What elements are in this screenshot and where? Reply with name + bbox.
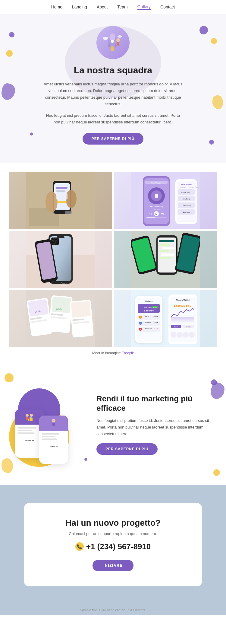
- svg-point-14: [46, 191, 58, 212]
- cta-button[interactable]: INIZIARE: [93, 560, 133, 571]
- svg-point-59: [55, 238, 57, 240]
- svg-rect-137: [31, 418, 33, 421]
- svg-point-129: [183, 332, 189, 338]
- svg-text:$1.8k: $1.8k: [154, 321, 158, 323]
- svg-point-133: [30, 414, 33, 417]
- svg-text:Send: Send: [174, 326, 178, 328]
- svg-rect-20: [57, 201, 67, 203]
- svg-rect-71: [159, 240, 174, 242]
- blob-purple-topleft: [9, 32, 14, 37]
- svg-text:₿: ₿: [140, 317, 141, 318]
- ink-blob-purple-left: [2, 83, 15, 100]
- svg-rect-75: [161, 253, 174, 256]
- rocket-icon: [101, 30, 125, 55]
- card-right-label: Lorem sit: [39, 445, 68, 448]
- svg-point-8: [103, 37, 108, 40]
- gallery-cell-4[interactable]: [114, 231, 217, 288]
- svg-text:⏭: ⏭: [161, 212, 164, 215]
- nav-landing[interactable]: Landing: [72, 5, 87, 9]
- card-right-illustration: ?: [48, 417, 60, 429]
- cta-phone-row: 📞 +1 (234) 567-8910: [36, 542, 190, 551]
- svg-rect-73: [162, 247, 175, 249]
- hero-title: La nostra squadra: [18, 65, 208, 75]
- card-left-illustration: [24, 411, 36, 423]
- hero-paragraph-1: Amet luctus venenatis lectus magna fring…: [38, 81, 188, 107]
- svg-text:Receive: Receive: [186, 326, 191, 328]
- cta-title: Hai un nuovo progetto?: [36, 518, 190, 528]
- marketing-section: Lorem si ? Lorem sit: [0, 364, 226, 485]
- svg-text:Popular Song 1: Popular Song 1: [181, 191, 192, 193]
- hero-section: La nostra squadra Amet luctus venenatis …: [0, 14, 226, 163]
- svg-text:-1.2%: -1.2%: [154, 327, 158, 329]
- svg-rect-19: [56, 193, 67, 199]
- svg-text:Pro Max: Pro Max: [61, 284, 66, 286]
- svg-point-9: [118, 35, 122, 38]
- blob-mkt-yellow-tl: [5, 373, 14, 382]
- gallery-cell-2[interactable]: Now Playing The Best Song From Artist ⏮ …: [114, 172, 217, 229]
- svg-rect-7: [117, 42, 119, 46]
- blob-purple-bottomright: [209, 140, 214, 145]
- svg-rect-81: [28, 299, 49, 317]
- svg-rect-86: [52, 296, 71, 313]
- svg-rect-122: [171, 317, 194, 323]
- marketing-card-right: ? Lorem sit: [39, 416, 68, 464]
- marketing-title: Rendi il tuo marketing più efficace: [96, 394, 217, 413]
- cta-subtitle: Chiamaci per un supporto rapido a questo…: [36, 531, 190, 536]
- svg-point-57: [52, 238, 54, 240]
- blob-yellow-topright: [211, 38, 217, 44]
- svg-text:Night Song: Night Song: [183, 211, 190, 213]
- gallery-image-3: iPhone 12 Pro Max: [26, 231, 95, 288]
- svg-text:$39.584: $39.584: [144, 309, 154, 312]
- gallery-grid: Now Playing The Best Song From Artist ⏮ …: [9, 172, 217, 347]
- gallery-caption-link[interactable]: Freepik: [122, 351, 134, 355]
- sample-footer: Sample text. Click to select the Text El…: [0, 604, 226, 615]
- marketing-content-area: Lorem si ? Lorem sit: [9, 382, 217, 467]
- nav-gallery[interactable]: Gallery: [137, 4, 151, 10]
- svg-rect-17: [56, 187, 67, 189]
- svg-point-128: [177, 332, 183, 338]
- hero-cta-button[interactable]: PER SAPERNE DI PIÙ: [83, 133, 144, 145]
- svg-text:Popular: Popular: [180, 186, 186, 188]
- hero-paragraph-2: Nec feugiat nisl pretium fusce id. Justo…: [44, 112, 182, 126]
- gallery-image-5: WORK WORK: [26, 290, 95, 347]
- svg-rect-139: [52, 422, 55, 426]
- gallery-section: Now Playing The Best Song From Artist ⏮ …: [0, 163, 226, 364]
- hero-illustration: [96, 26, 130, 59]
- svg-text:New Song: New Song: [183, 198, 190, 200]
- svg-rect-91: [71, 301, 91, 317]
- svg-text:+2.4%: +2.4%: [153, 306, 158, 308]
- svg-point-127: [171, 332, 177, 338]
- gallery-cell-5[interactable]: WORK WORK: [9, 290, 112, 347]
- blob-yellow-topleft: [6, 50, 13, 57]
- gallery-image-2: Now Playing The Best Song From Artist ⏮ …: [131, 172, 200, 229]
- ink-blob-yellow-right: [212, 95, 223, 109]
- marketing-text-content: Rendi il tuo marketing più efficace Nec …: [96, 394, 217, 455]
- gallery-cell-3[interactable]: iPhone 12 Pro Max: [9, 231, 112, 288]
- svg-rect-72: [159, 244, 170, 246]
- blob-mkt-yellow-br: [213, 469, 220, 476]
- svg-point-3: [111, 46, 114, 51]
- marketing-paragraph: Nec feugiat nisl pretium fusce id. Justo…: [96, 417, 217, 437]
- gallery-caption: Modulo immagine Freepik: [9, 351, 217, 355]
- cta-section: Hai un nuovo progetto? Chiamaci per un s…: [0, 485, 226, 604]
- ink-blob-purple-mkt-right: [211, 382, 224, 399]
- svg-text:$28.4k: $28.4k: [153, 315, 158, 317]
- gallery-cell-1[interactable]: [9, 172, 112, 229]
- nav-contact[interactable]: Contact: [160, 5, 175, 9]
- svg-point-131: [26, 414, 29, 417]
- svg-text:?: ?: [53, 419, 54, 422]
- svg-text:The Best Song: The Best Song: [150, 206, 163, 208]
- nav-team[interactable]: Team: [117, 5, 127, 9]
- card-right-body: [39, 431, 68, 444]
- svg-rect-36: [146, 217, 155, 218]
- svg-text:Wallets: Wallets: [145, 300, 152, 302]
- nav-about[interactable]: About: [97, 5, 108, 9]
- svg-text:Avalanche: Avalanche: [145, 327, 152, 329]
- svg-text:Classic Song: Classic Song: [182, 205, 190, 206]
- blob-purple-topright: [199, 26, 208, 34]
- svg-rect-28: [155, 194, 158, 198]
- marketing-cta-button[interactable]: PER SAPERNE DI PIÙ: [96, 443, 158, 455]
- gallery-cell-6[interactable]: Wallets Total Balance $39.584 +2.4% ₿ Bi…: [114, 290, 217, 347]
- svg-rect-136: [30, 417, 31, 421]
- nav-home[interactable]: Home: [51, 5, 62, 9]
